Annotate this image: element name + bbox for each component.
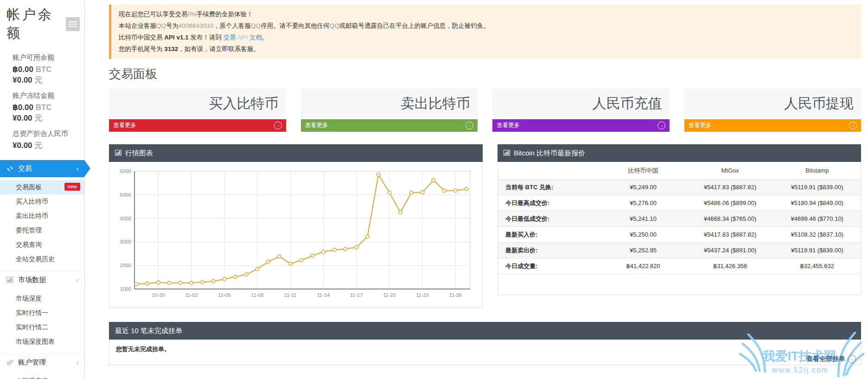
- arrow-right-circle-icon: →: [849, 122, 857, 129]
- quotes-value: ¥5119.91 ($839.00): [773, 243, 861, 258]
- chevron-left-icon: ‹: [76, 165, 79, 173]
- sidebar-item[interactable]: 市场深度图表: [0, 334, 84, 349]
- sidebar-item[interactable]: 人民币充值: [0, 374, 84, 379]
- balance-unit: BTC: [33, 65, 52, 74]
- notice-text: ，原个人客服: [213, 22, 251, 29]
- action-cards-row: 买入比特币查看更多→卖出比特币查看更多→人民币充值查看更多→人民币提现查看更多→: [109, 89, 861, 132]
- svg-text:11-05: 11-05: [218, 292, 230, 298]
- sidebar-item[interactable]: 全站交易历史: [0, 252, 84, 266]
- quotes-row-label: 最新卖出价:: [498, 243, 600, 258]
- balance-unit: BTC: [33, 103, 52, 112]
- arrow-right-circle-icon: →: [848, 355, 856, 363]
- sidebar-sections: 交易‹交易面板new买入比特币卖出比特币委托管理交易查询全站交易历史市场数据‹市…: [0, 160, 84, 379]
- notice-link[interactable]: 文档: [249, 34, 262, 41]
- balance-amount: ¥0.00: [13, 76, 32, 84]
- balance-label: 账户可用余额: [13, 53, 81, 62]
- balance-unit: 元: [32, 76, 43, 84]
- notice-link[interactable]: 交易: [223, 34, 236, 41]
- action-card: 人民币充值查看更多→: [492, 89, 670, 132]
- notice-link[interactable]: API: [238, 34, 248, 41]
- price-line-chart: 10002000300040005000600010-3011-0211-051…: [113, 167, 475, 303]
- quotes-value: ¥5437.24 ($891.00): [687, 243, 774, 258]
- notice-text: 0%: [188, 11, 197, 18]
- quotes-row: 当前每 BTC 兑换:¥5,249.00¥5417.83 ($887.82)¥5…: [498, 180, 861, 195]
- svg-text:6000: 6000: [120, 168, 131, 174]
- view-more-button[interactable]: 查看更多→: [109, 119, 286, 132]
- svg-text:11-23: 11-23: [416, 292, 428, 298]
- notice-text: 您的手机尾号为: [119, 45, 164, 52]
- svg-text:11-26: 11-26: [449, 292, 462, 298]
- sidebar-item[interactable]: 委托管理: [0, 223, 84, 238]
- quotes-row: 今日最低成交价:¥5,241.10¥4668.34 ($765.00)¥4699…: [498, 211, 861, 227]
- quotes-column-header: MtGox: [687, 162, 774, 180]
- sidebar-item-label: 市场深度: [16, 295, 42, 302]
- sidebar-item-label: 市场深度图表: [16, 338, 55, 345]
- sidebar-item[interactable]: 交易面板new: [0, 180, 84, 194]
- view-more-button[interactable]: 查看更多→: [684, 119, 862, 132]
- quotes-panel: Bitcoin 比特币最新报价 比特币中国MtGoxBitstamp当前每 BT…: [498, 144, 861, 295]
- view-more-button[interactable]: 查看更多→: [492, 119, 670, 132]
- open-orders-empty-text: 您暂无未完成挂单。: [116, 346, 170, 353]
- open-orders-panel-header: 最近 10 笔未完成挂单: [109, 322, 861, 340]
- notice-line: 比特币中国交易 API v1.1 发布！请到 交易 API 文档。: [119, 32, 854, 43]
- notice-text: 比特币中国交易: [119, 34, 164, 41]
- balance-list: 账户可用余额฿0.00 BTC¥0.00 元账户冻结金额฿0.00 BTC¥0.…: [0, 45, 84, 154]
- balance-value: ฿0.00 BTC: [13, 64, 81, 75]
- quotes-value: ฿41,422.620: [600, 258, 687, 274]
- quotes-value: ¥5486.06 ($899.00): [687, 195, 774, 211]
- balance-amount: ฿0.00: [13, 65, 33, 74]
- sidebar-section-items: 人民币充值人民币提现: [0, 371, 84, 379]
- sidebar-item[interactable]: 买入比特币: [0, 194, 84, 209]
- notice-text: 。: [262, 34, 268, 41]
- view-more-button[interactable]: 查看更多→: [301, 119, 478, 132]
- bar-chart-icon: [6, 277, 14, 283]
- quotes-row-label: 今日最高成交价:: [498, 195, 600, 211]
- chevron-left-icon: ‹: [76, 359, 79, 366]
- quotes-row-label: 当前每 BTC 兑换:: [498, 180, 600, 195]
- quotes-value: ¥5,276.00: [600, 195, 687, 211]
- quotes-value: ¥5,250.00: [600, 227, 687, 243]
- sidebar-item[interactable]: 实时行情二: [0, 320, 84, 334]
- quotes-value: ¥5,252.95: [600, 243, 687, 258]
- chart-icon: [115, 149, 121, 157]
- sidebar-section-label: 账户管理: [18, 358, 46, 367]
- svg-text:4000: 4000: [120, 216, 131, 221]
- sidebar-item[interactable]: 交易查询: [0, 238, 84, 252]
- sidebar-item[interactable]: 卖出比特币: [0, 209, 84, 223]
- market-chart-panel-title: 行情图表: [125, 149, 153, 158]
- watermark-site-url: www.52ij.com: [772, 366, 829, 374]
- quotes-value: ฿32,455.632: [773, 258, 861, 274]
- section-title-trade-panel: 交易面板: [109, 66, 861, 82]
- quotes-value: ¥4699.46 ($770.10): [773, 211, 861, 227]
- sidebar-section-market[interactable]: 市场数据‹: [0, 271, 84, 289]
- quotes-value: ¥4668.34 ($765.00): [687, 211, 774, 227]
- quotes-value: ฿31,426.356: [687, 258, 774, 274]
- notice-text: 4006643033: [179, 22, 213, 29]
- sidebar-item-label: 卖出比特币: [16, 212, 48, 219]
- balance-value: ¥0.00 元: [13, 140, 81, 151]
- balance-value: ฿0.00 BTC: [13, 102, 81, 113]
- sidebar-section-trade[interactable]: 交易‹: [0, 160, 84, 177]
- quotes-table: 比特币中国MtGoxBitstamp当前每 BTC 兑换:¥5,249.00¥5…: [498, 162, 861, 274]
- sidebar-item-label: 交易查询: [16, 241, 42, 248]
- market-chart-panel: 行情图表 10002000300040005000600010-3011-021…: [109, 144, 483, 308]
- balance-value: ¥0.00 元: [13, 75, 81, 85]
- arrow-right-circle-icon: →: [274, 122, 282, 129]
- sidebar-item[interactable]: 市场深度: [0, 291, 84, 306]
- sidebar-section-account[interactable]: 账户管理‹: [0, 353, 84, 371]
- notice-line: 您的手机尾号为 3132，如有误，请立即联系客服。: [119, 43, 854, 55]
- svg-text:3000: 3000: [120, 239, 131, 244]
- svg-text:10-30: 10-30: [152, 292, 165, 298]
- market-chart-body: 10002000300040005000600010-3011-0211-051…: [109, 162, 483, 308]
- notice-text: 现在起您已可以享受交易: [119, 11, 188, 18]
- view-all-orders-link[interactable]: 查看全部挂单 →: [806, 355, 856, 363]
- action-card-title: 人民币充值: [492, 89, 670, 118]
- hamburger-menu-icon[interactable]: [66, 17, 80, 31]
- sidebar-section-items: 市场深度实时行情一实时行情二市场深度图表: [0, 289, 84, 351]
- quotes-value: ¥5108.32 ($837.10): [773, 227, 861, 243]
- action-card: 人民币提现查看更多→: [684, 89, 862, 132]
- sidebar-item[interactable]: 实时行情一: [0, 306, 84, 320]
- main-content: 现在起您已可以享受交易0%手续费的全新体验！本站企业客服QQ号为40066430…: [85, 0, 868, 379]
- sidebar-header: 帐户余额: [0, 0, 84, 45]
- notice-text: 号为: [166, 22, 179, 29]
